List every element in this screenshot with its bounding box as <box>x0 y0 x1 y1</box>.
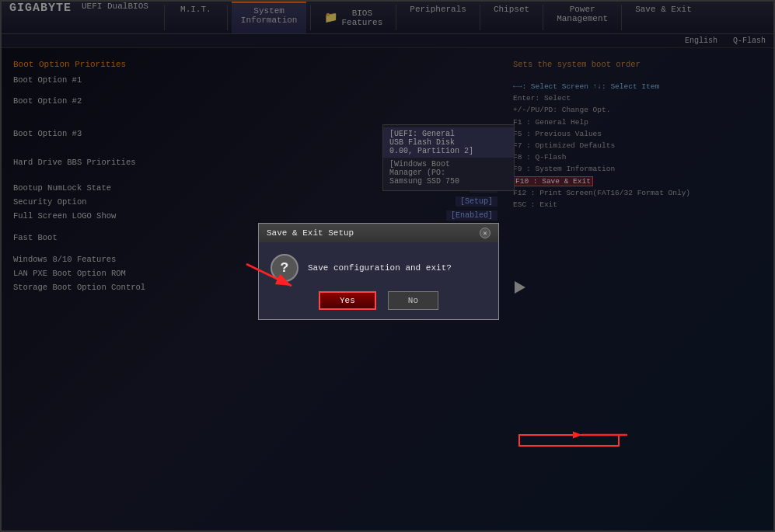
bios-screen: GIGABYTE UEFI DualBIOS M.I.T. SystemInfo… <box>0 0 775 532</box>
dialog-title-text: Save & Exit Setup <box>267 228 354 238</box>
yes-button[interactable]: Yes <box>319 291 376 310</box>
arrow-f10-indicator <box>573 423 635 454</box>
svg-line-1 <box>246 264 291 286</box>
dialog-title-bar: Save & Exit Setup ✕ <box>259 224 498 242</box>
dialog-message: Save configuration and exit? <box>308 263 452 273</box>
arrow-yes-indicator <box>239 256 301 295</box>
dialog-buttons: Yes No <box>259 291 498 319</box>
dialog-close-button[interactable]: ✕ <box>480 228 490 238</box>
no-button[interactable]: No <box>388 291 438 310</box>
